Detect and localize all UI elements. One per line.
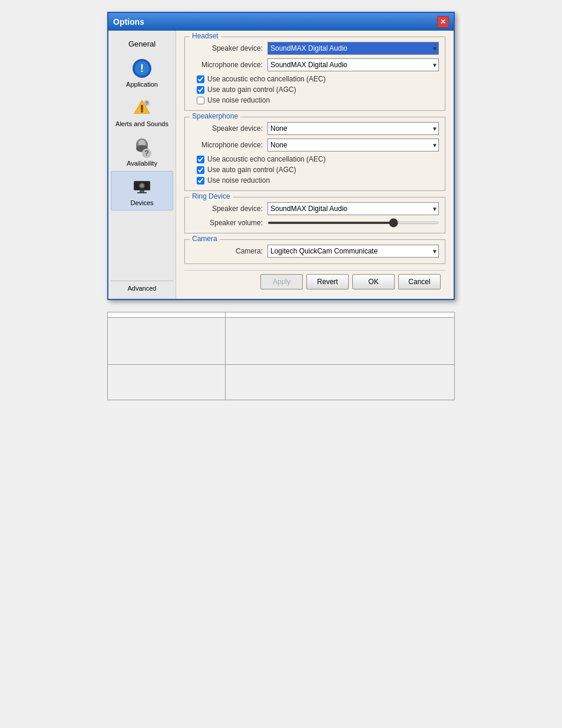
sidebar: General ! Application ? [108, 31, 176, 299]
svg-point-18 [140, 184, 144, 187]
ring-speaker-select[interactable]: SoundMAX Digital Audio [267, 202, 439, 215]
sidebar-item-label: Alerts and Sounds [115, 120, 168, 127]
headset-section: Headset Speaker device: SoundMAX Digital… [184, 37, 445, 111]
sidebar-item-label: Application [126, 81, 158, 88]
sp-speaker-label: Speaker device: [191, 124, 267, 133]
alerts-icon: ? [131, 97, 153, 118]
speakerphone-section: Speakerphone Speaker device: None ▼ Micr… [184, 117, 445, 191]
svg-text:?: ? [144, 149, 149, 157]
ring-device-title: Ring Device [190, 192, 233, 200]
headset-noise-row: Use noise reduction [197, 96, 439, 104]
camera-select[interactable]: Logitech QuickCam Communicate [267, 245, 439, 258]
table-cell [226, 318, 455, 365]
sp-speaker-row: Speaker device: None ▼ [191, 122, 439, 135]
sidebar-item-label: General [128, 39, 156, 48]
sp-mic-label: Microphone device: [191, 141, 267, 149]
sidebar-item-label: Availability [127, 160, 157, 167]
main-content: Headset Speaker device: SoundMAX Digital… [176, 31, 454, 299]
sp-agc-label[interactable]: Use auto gain control (AGC) [207, 166, 296, 174]
table-cell [108, 318, 226, 365]
headset-speaker-select[interactable]: SoundMAX Digital Audio [267, 42, 439, 55]
sidebar-item-application[interactable]: ! Application [111, 52, 173, 92]
options-dialog: Options ✕ General ! Application [107, 12, 455, 300]
table-row [108, 365, 455, 400]
headset-noise-checkbox[interactable] [197, 97, 204, 104]
sidebar-item-label: Devices [130, 199, 153, 206]
sp-aec-label[interactable]: Use acoustic echo cancellation (AEC) [207, 155, 326, 163]
application-icon: ! [131, 58, 153, 79]
ring-volume-slider-wrapper [267, 222, 439, 224]
sp-noise-checkbox[interactable] [197, 177, 204, 185]
headset-mic-row: Microphone device: SoundMAX Digital Audi… [191, 58, 439, 71]
dialog-footer: Apply Revert OK Cancel [184, 270, 445, 293]
headset-speaker-select-wrapper: SoundMAX Digital Audio ▼ [267, 42, 439, 55]
svg-text:?: ? [145, 100, 148, 106]
sp-mic-select[interactable]: None [267, 139, 439, 151]
sp-agc-row: Use auto gain control (AGC) [197, 166, 439, 174]
headset-aec-checkbox[interactable] [197, 75, 204, 83]
camera-label: Camera: [191, 247, 267, 255]
availability-icon: ? [131, 137, 153, 158]
sp-noise-label[interactable]: Use noise reduction [207, 176, 270, 185]
headset-aec-label[interactable]: Use acoustic echo cancellation (AEC) [207, 75, 326, 83]
apply-button[interactable]: Apply [260, 274, 303, 289]
revert-button[interactable]: Revert [306, 274, 349, 289]
table-cell [226, 365, 455, 400]
data-table [107, 312, 455, 400]
sidebar-item-general[interactable]: General [111, 34, 173, 52]
svg-rect-19 [140, 190, 144, 192]
ring-speaker-select-wrapper: SoundMAX Digital Audio ▼ [267, 202, 439, 215]
ring-volume-label: Speaker volume: [191, 219, 267, 227]
dialog-body: General ! Application ? [108, 31, 454, 299]
cancel-button[interactable]: Cancel [398, 274, 441, 289]
ok-button[interactable]: OK [352, 274, 395, 289]
svg-rect-5 [141, 105, 143, 110]
camera-row: Camera: Logitech QuickCam Communicate ▼ [191, 245, 439, 258]
speakerphone-title: Speakerphone [190, 112, 240, 120]
table-cell [108, 365, 226, 400]
sp-noise-row: Use noise reduction [197, 176, 439, 185]
camera-section: Camera Camera: Logitech QuickCam Communi… [184, 239, 445, 264]
sp-mic-select-wrapper: None ▼ [267, 139, 439, 151]
table-header-col2 [226, 312, 455, 318]
dialog-titlebar: Options ✕ [108, 13, 454, 31]
ring-speaker-row: Speaker device: SoundMAX Digital Audio ▼ [191, 202, 439, 215]
sp-aec-row: Use acoustic echo cancellation (AEC) [197, 155, 439, 163]
svg-point-6 [141, 110, 143, 113]
headset-mic-select-wrapper: SoundMAX Digital Audio ▼ [267, 58, 439, 71]
camera-select-wrapper: Logitech QuickCam Communicate ▼ [267, 245, 439, 258]
headset-agc-checkbox[interactable] [197, 86, 204, 94]
ring-speaker-label: Speaker device: [191, 205, 267, 213]
headset-noise-label[interactable]: Use noise reduction [207, 96, 270, 104]
ring-volume-slider[interactable] [267, 222, 439, 224]
headset-agc-label[interactable]: Use auto gain control (AGC) [207, 85, 296, 94]
sp-mic-row: Microphone device: None ▼ [191, 139, 439, 151]
sp-agc-checkbox[interactable] [197, 166, 204, 174]
close-button[interactable]: ✕ [437, 16, 449, 28]
headset-agc-row: Use auto gain control (AGC) [197, 85, 439, 94]
headset-speaker-row: Speaker device: SoundMAX Digital Audio ▼ [191, 42, 439, 55]
devices-icon [131, 176, 153, 197]
headset-mic-select[interactable]: SoundMAX Digital Audio [267, 58, 439, 71]
headset-speaker-label: Speaker device: [191, 44, 267, 52]
sp-speaker-select-wrapper: None ▼ [267, 122, 439, 135]
sidebar-advanced-label[interactable]: Advanced [128, 285, 157, 292]
dialog-title: Options [113, 17, 144, 27]
sidebar-item-alerts[interactable]: ? Alerts and Sounds [111, 92, 173, 131]
table-row [108, 318, 455, 365]
ring-device-section: Ring Device Speaker device: SoundMAX Dig… [184, 197, 445, 233]
table-header-col1 [108, 312, 226, 318]
sidebar-bottom: Advanced [111, 281, 173, 295]
sidebar-item-devices[interactable]: Devices [111, 171, 173, 210]
sidebar-item-availability[interactable]: ? Availability [111, 131, 173, 171]
svg-text:!: ! [140, 62, 144, 74]
sp-aec-checkbox[interactable] [197, 156, 204, 163]
headset-mic-label: Microphone device: [191, 61, 267, 69]
sp-speaker-select[interactable]: None [267, 122, 439, 135]
svg-rect-20 [137, 192, 147, 193]
headset-aec-row: Use acoustic echo cancellation (AEC) [197, 75, 439, 83]
headset-title: Headset [190, 32, 221, 40]
camera-title: Camera [190, 235, 220, 243]
ring-volume-row: Speaker volume: [191, 219, 439, 227]
